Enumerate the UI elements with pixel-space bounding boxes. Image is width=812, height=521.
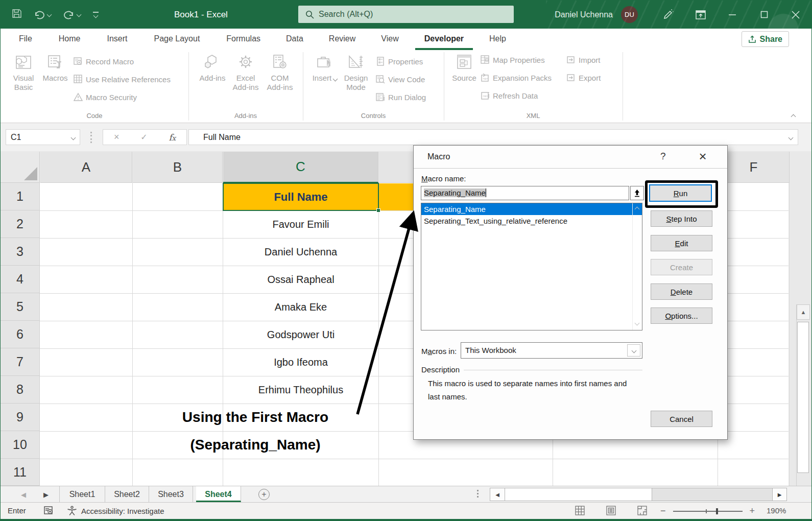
row-header-11[interactable]: 11 bbox=[1, 459, 40, 486]
maximize-button[interactable] bbox=[748, 1, 780, 29]
sheet-nav-right-icon[interactable]: ▶ bbox=[43, 491, 49, 499]
dialog-help-button[interactable]: ? bbox=[660, 151, 666, 162]
tab-file[interactable]: File bbox=[10, 29, 41, 50]
formula-bar-grip[interactable] bbox=[90, 132, 92, 143]
options-button[interactable]: Options... bbox=[651, 307, 712, 324]
user-name[interactable]: Daniel Uchenna bbox=[555, 10, 613, 19]
new-sheet-button[interactable]: + bbox=[258, 489, 270, 500]
cell-c6[interactable]: Godspower Uti bbox=[223, 321, 378, 348]
tab-data[interactable]: Data bbox=[277, 29, 313, 50]
row-header-6[interactable]: 6 bbox=[1, 321, 40, 348]
zoom-out-icon[interactable]: − bbox=[660, 506, 666, 516]
sheet-tab-sheet4-active[interactable]: Sheet4 bbox=[196, 486, 241, 502]
cell-c2[interactable]: Favour Emili bbox=[223, 210, 378, 238]
horizontal-scrollbar-thumb[interactable] bbox=[505, 488, 652, 501]
normal-view-icon[interactable] bbox=[575, 506, 585, 517]
formula-bar-expand-icon[interactable] bbox=[789, 135, 794, 140]
map-properties-button[interactable]: Map Properties bbox=[481, 55, 545, 64]
insert-function-icon[interactable]: fx bbox=[169, 132, 176, 143]
undo-dropdown-icon[interactable] bbox=[47, 12, 52, 17]
undo-button[interactable] bbox=[34, 10, 51, 20]
tab-formulas[interactable]: Formulas bbox=[217, 29, 270, 50]
search-input[interactable]: Search (Alt+Q) bbox=[298, 6, 514, 23]
zoom-in-icon[interactable]: + bbox=[750, 506, 755, 516]
tab-insert[interactable]: Insert bbox=[98, 29, 136, 50]
dropdown-chevron-icon[interactable] bbox=[627, 344, 640, 357]
vertical-scrollbar-thumb[interactable] bbox=[797, 322, 809, 473]
com-add-ins-button[interactable]: COM Add-ins bbox=[264, 54, 296, 92]
design-mode-button[interactable]: Design Mode bbox=[341, 54, 371, 92]
row-header-9[interactable]: 9 bbox=[1, 404, 40, 431]
run-button[interactable]: Run bbox=[649, 184, 712, 202]
zoom-slider[interactable]: − + bbox=[660, 506, 755, 516]
row-header-4[interactable]: 4 bbox=[1, 266, 40, 293]
sheet-nav-left-icon[interactable]: ◀ bbox=[21, 491, 26, 499]
promote-arrow-button[interactable] bbox=[630, 186, 644, 200]
step-into-button[interactable]: Step Into bbox=[651, 210, 712, 227]
name-box[interactable]: C1 bbox=[6, 129, 80, 145]
redo-dropdown-icon[interactable] bbox=[77, 12, 82, 17]
confirm-entry-icon[interactable]: ✓ bbox=[140, 132, 147, 142]
row-header-8[interactable]: 8 bbox=[1, 376, 40, 404]
sheet-tab-sheet2[interactable]: Sheet2 bbox=[105, 486, 149, 502]
cell-c8[interactable]: Erhimu Theophilus bbox=[223, 376, 378, 404]
save-icon[interactable] bbox=[12, 9, 21, 20]
excel-add-ins-button[interactable]: Excel Add-ins bbox=[230, 54, 261, 92]
insert-dropdown-icon[interactable] bbox=[333, 77, 338, 82]
coming-soon-icon[interactable] bbox=[653, 1, 685, 29]
page-break-preview-icon[interactable] bbox=[637, 506, 647, 517]
export-button[interactable]: Export bbox=[566, 73, 601, 82]
view-code-button[interactable]: View Code bbox=[376, 75, 425, 84]
cell-c5[interactable]: Amaka Eke bbox=[223, 293, 378, 321]
ribbon-display-options-icon[interactable] bbox=[685, 1, 717, 29]
import-button[interactable]: Import bbox=[566, 55, 601, 64]
tab-help[interactable]: Help bbox=[480, 29, 515, 50]
list-scroll-up-icon[interactable] bbox=[635, 207, 640, 212]
row-header-5[interactable]: 5 bbox=[1, 293, 40, 321]
macro-security-button[interactable]: Macro Security bbox=[74, 92, 137, 102]
add-ins-button[interactable]: Add-ins bbox=[198, 54, 227, 83]
hscroll-right-icon[interactable]: ▶ bbox=[772, 488, 786, 501]
zoom-level[interactable]: 190% bbox=[767, 506, 786, 515]
tab-home[interactable]: Home bbox=[50, 29, 90, 50]
cell-c1-selected[interactable]: Full Name bbox=[223, 183, 379, 211]
hscroll-left-icon[interactable]: ◀ bbox=[490, 488, 505, 501]
tab-review[interactable]: Review bbox=[320, 29, 365, 50]
tab-developer[interactable]: Developer bbox=[415, 29, 473, 50]
tab-view[interactable]: View bbox=[372, 29, 408, 50]
avatar[interactable]: DU bbox=[621, 6, 638, 23]
collapse-ribbon-icon[interactable] bbox=[791, 114, 796, 120]
cell-c4[interactable]: Ossai Rapheal bbox=[223, 266, 378, 293]
properties-button[interactable]: Properties bbox=[376, 57, 423, 66]
redo-button[interactable] bbox=[63, 10, 81, 20]
macros-button[interactable]: Macros bbox=[40, 54, 70, 83]
column-header-c[interactable]: C bbox=[223, 152, 378, 183]
dialog-close-button[interactable]: × bbox=[694, 149, 712, 164]
cell-c3[interactable]: Daniel Uchenna bbox=[223, 238, 378, 266]
list-scroll-down-icon[interactable] bbox=[635, 321, 640, 326]
expansion-packs-button[interactable]: <o> Expansion Packs bbox=[481, 73, 552, 82]
column-header-a[interactable]: A bbox=[40, 152, 132, 183]
macros-in-dropdown[interactable]: This Workbook bbox=[461, 342, 642, 359]
horizontal-scrollbar[interactable]: ◀ ▶ bbox=[490, 488, 787, 501]
column-header-f[interactable]: F bbox=[718, 152, 790, 183]
macro-list-scrollbar[interactable] bbox=[632, 203, 642, 330]
edit-button[interactable]: Edit bbox=[651, 235, 712, 251]
scroll-up-icon[interactable]: ▲ bbox=[797, 304, 810, 320]
row-header-1[interactable]: 1 bbox=[1, 183, 40, 210]
close-button[interactable] bbox=[780, 1, 811, 29]
row-header-2[interactable]: 2 bbox=[1, 210, 40, 238]
tab-page-layout[interactable]: Page Layout bbox=[145, 29, 209, 50]
record-macro-status-icon[interactable] bbox=[44, 506, 54, 517]
name-box-dropdown-icon[interactable] bbox=[71, 135, 76, 140]
row-header-3[interactable]: 3 bbox=[1, 238, 40, 266]
cancel-button[interactable]: Cancel bbox=[651, 411, 712, 427]
cancel-entry-icon[interactable]: × bbox=[114, 132, 120, 143]
share-button[interactable]: Share bbox=[742, 31, 789, 47]
macro-list-item[interactable]: Seperating_Text_using_relative_reference bbox=[421, 215, 642, 227]
delete-button[interactable]: Delete bbox=[651, 283, 712, 300]
cell-c7[interactable]: Igbo Ifeoma bbox=[223, 348, 378, 376]
sheet-tab-sheet3[interactable]: Sheet3 bbox=[149, 486, 193, 502]
select-all-corner[interactable] bbox=[1, 152, 40, 183]
source-button[interactable]: Source bbox=[451, 54, 477, 83]
